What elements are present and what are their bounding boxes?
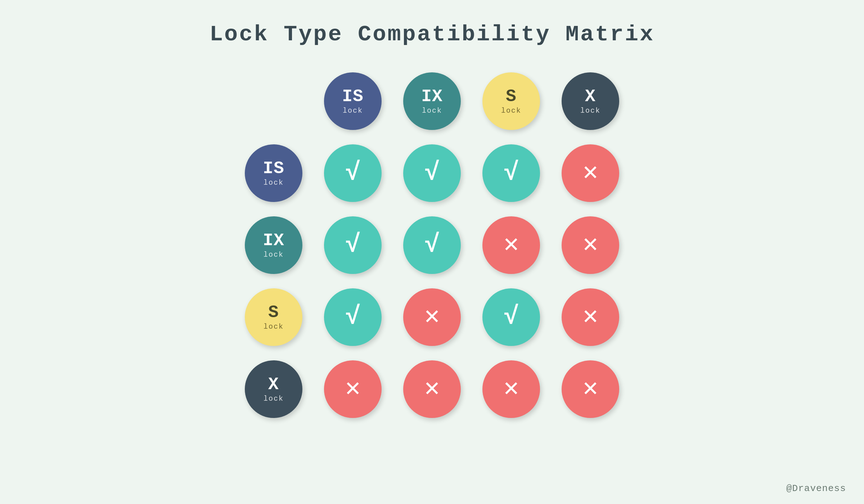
- lock-sub-label: lock: [343, 107, 363, 115]
- result-cell-r1-c0: √: [324, 216, 382, 274]
- check-icon: √: [345, 161, 360, 186]
- cross-icon: ✕: [504, 377, 519, 402]
- row-label-x: Xlock: [245, 360, 302, 418]
- matrix-container: ISlockIXlockSlockXlockISlock√√√✕IXlock√√…: [234, 69, 630, 429]
- lock-sub-label: lock: [580, 107, 600, 115]
- lock-sub-label: lock: [264, 251, 284, 259]
- result-cell-r0-c1: √: [403, 144, 461, 202]
- lock-type-label: IX: [263, 232, 284, 249]
- data-row-is: ISlock√√√✕: [234, 141, 630, 206]
- result-cell-r3-c3: ✕: [562, 360, 619, 418]
- row-label-ix: IXlock: [245, 216, 302, 274]
- result-cell-r3-c0: ✕: [324, 360, 382, 418]
- check-icon: √: [504, 161, 519, 186]
- watermark: @Draveness: [786, 483, 846, 494]
- row-label-is: ISlock: [245, 144, 302, 202]
- data-row-s: Slock√✕√✕: [234, 285, 630, 350]
- lock-sub-label: lock: [264, 179, 284, 187]
- lock-type-label: S: [268, 304, 279, 321]
- cross-icon: ✕: [583, 233, 598, 258]
- result-cell-r0-c3: ✕: [562, 144, 619, 202]
- result-cell-r2-c0: √: [324, 288, 382, 346]
- cross-icon: ✕: [424, 377, 440, 402]
- lock-type-label: X: [585, 88, 596, 105]
- cross-icon: ✕: [345, 377, 360, 402]
- header-cell-x: Xlock: [562, 72, 619, 130]
- header-cell-s: Slock: [482, 72, 540, 130]
- data-row-ix: IXlock√√✕✕: [234, 213, 630, 278]
- check-icon: √: [504, 305, 519, 330]
- result-cell-r1-c3: ✕: [562, 216, 619, 274]
- result-cell-r0-c0: √: [324, 144, 382, 202]
- cross-icon: ✕: [424, 305, 440, 330]
- cross-icon: ✕: [583, 161, 598, 186]
- result-cell-r0-c2: √: [482, 144, 540, 202]
- lock-sub-label: lock: [264, 395, 284, 403]
- cross-icon: ✕: [504, 233, 519, 258]
- result-cell-r2-c1: ✕: [403, 288, 461, 346]
- lock-type-label: X: [268, 376, 279, 393]
- cross-icon: ✕: [583, 377, 598, 402]
- lock-type-label: S: [506, 88, 517, 105]
- cross-icon: ✕: [583, 305, 598, 330]
- lock-type-label: IS: [342, 88, 364, 105]
- result-cell-r1-c2: ✕: [482, 216, 540, 274]
- lock-sub-label: lock: [422, 107, 442, 115]
- result-cell-r1-c1: √: [403, 216, 461, 274]
- result-cell-r3-c2: ✕: [482, 360, 540, 418]
- result-cell-r3-c1: ✕: [403, 360, 461, 418]
- header-row: ISlockIXlockSlockXlock: [234, 69, 630, 134]
- header-cell-is: ISlock: [324, 72, 382, 130]
- check-icon: √: [345, 305, 360, 330]
- lock-sub-label: lock: [264, 323, 284, 331]
- header-cell-ix: IXlock: [403, 72, 461, 130]
- lock-type-label: IX: [421, 88, 443, 105]
- lock-sub-label: lock: [501, 107, 521, 115]
- row-label-s: Slock: [245, 288, 302, 346]
- result-cell-r2-c2: √: [482, 288, 540, 346]
- check-icon: √: [424, 233, 440, 258]
- check-icon: √: [345, 233, 360, 258]
- check-icon: √: [424, 161, 440, 186]
- result-cell-r2-c3: ✕: [562, 288, 619, 346]
- data-row-x: Xlock✕✕✕✕: [234, 357, 630, 422]
- page-title: Lock Type Compatibility Matrix: [210, 22, 654, 47]
- lock-type-label: IS: [263, 160, 284, 177]
